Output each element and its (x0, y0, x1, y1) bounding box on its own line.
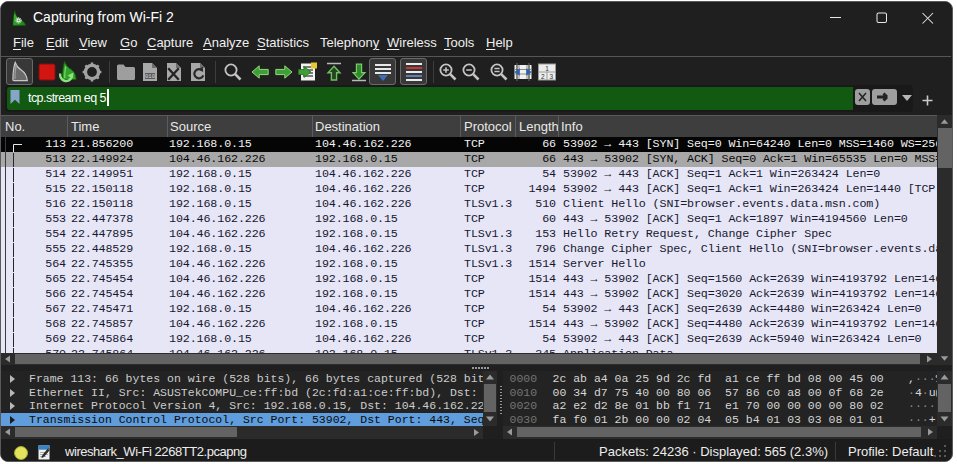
svg-text:3: 3 (549, 73, 553, 80)
svg-text:2: 2 (541, 73, 545, 80)
svg-text:010: 010 (145, 73, 155, 80)
svg-text:1: 1 (545, 65, 549, 72)
